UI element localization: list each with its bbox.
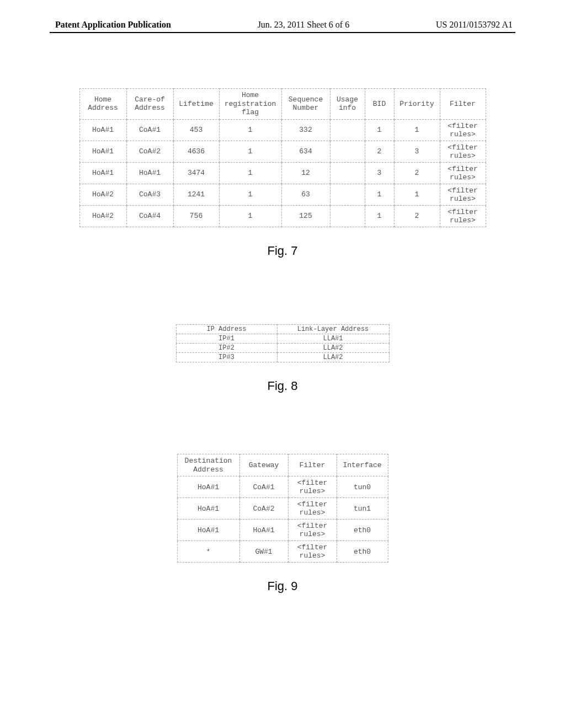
col-lifetime: Lifetime [173,89,219,120]
table-row: HoA#1 CoA#1 <filter rules> tun0 [177,477,388,498]
header-rule [50,32,515,33]
cell: 125 [281,205,330,227]
figure-7: Home Address Care-of Address Lifetime Ho… [50,88,515,258]
table-row: HoA#1 HoA#1 3474 1 12 3 2 <filter rules> [79,162,486,184]
cell: 1241 [173,184,219,205]
figure-9: Destination Address Gateway Filter Inter… [50,454,515,593]
page-content: Home Address Care-of Address Lifetime Ho… [0,88,565,593]
cell [330,205,365,227]
cell [330,119,365,141]
cell: <filter rules> [288,520,337,541]
cell: <filter rules> [440,184,486,205]
cell: 1 [365,119,394,141]
figure-9-caption: Fig. 9 [50,579,515,593]
cell: HoA#1 [177,520,239,541]
cell: <filter rules> [288,477,337,498]
cell: 2 [394,162,440,184]
col-gateway: Gateway [239,454,288,477]
cell: 1 [219,119,281,141]
table-row: * GW#1 <filter rules> eth0 [177,541,388,563]
figure-8: IP Address Link-Layer Address IP#1 LLA#1… [50,324,515,393]
cell: HoA#1 [79,141,126,162]
cell: HoA#1 [239,520,288,541]
cell: <filter rules> [440,119,486,141]
cell: IP#3 [176,353,277,362]
cell: HoA#2 [79,205,126,227]
col-usage-info: Usage info [330,89,365,120]
page-header: Patent Application Publication Jun. 23, … [0,0,565,32]
table-row: HoA#2 CoA#3 1241 1 63 1 1 <filter rules> [79,184,486,205]
table-row: HoA#1 CoA#2 4636 1 634 2 3 <filter rules… [79,141,486,162]
cell: IP#1 [176,334,277,344]
cell: tun0 [337,477,388,498]
cell: HoA#1 [177,477,239,498]
binding-cache-table: Home Address Care-of Address Lifetime Ho… [79,88,486,227]
cell: HoA#1 [79,119,126,141]
table-row: IP#1 LLA#1 [176,334,389,344]
col-bid: BID [365,89,394,120]
table-row: HoA#1 CoA#1 453 1 332 1 1 <filter rules> [79,119,486,141]
cell: 332 [281,119,330,141]
figure-8-caption: Fig. 8 [50,379,515,393]
cell: LLA#2 [277,353,389,362]
cell: HoA#1 [126,162,173,184]
cell: 63 [281,184,330,205]
cell: CoA#1 [126,119,173,141]
cell: 1 [219,162,281,184]
cell [330,162,365,184]
cell: LLA#2 [277,344,389,353]
cell: HoA#1 [177,498,239,520]
cell: 12 [281,162,330,184]
routing-table: Destination Address Gateway Filter Inter… [177,454,388,563]
cell: CoA#1 [239,477,288,498]
cell: LLA#1 [277,334,389,344]
header-center: Jun. 23, 2011 Sheet 6 of 6 [258,20,350,30]
cell: 453 [173,119,219,141]
cell: CoA#2 [239,498,288,520]
col-link-layer-address: Link-Layer Address [277,324,389,334]
cell: CoA#4 [126,205,173,227]
table-row: HoA#2 CoA#4 756 1 125 1 2 <filter rules> [79,205,486,227]
cell [330,184,365,205]
table-row: HoA#1 CoA#2 <filter rules> tun1 [177,498,388,520]
cell: 1 [219,141,281,162]
cell: 756 [173,205,219,227]
cell [330,141,365,162]
cell: eth0 [337,520,388,541]
col-filter: Filter [288,454,337,477]
cell: 2 [365,141,394,162]
col-destination-address: Destination Address [177,454,239,477]
cell: <filter rules> [288,541,337,563]
table-row: IP#3 LLA#2 [176,353,389,362]
neighbor-cache-table: IP Address Link-Layer Address IP#1 LLA#1… [176,324,390,362]
cell: 1 [394,184,440,205]
cell: <filter rules> [440,141,486,162]
cell: 4636 [173,141,219,162]
col-ip-address: IP Address [176,324,277,334]
col-priority: Priority [394,89,440,120]
cell: HoA#2 [79,184,126,205]
cell: 3 [394,141,440,162]
cell: 1 [394,119,440,141]
cell: <filter rules> [288,498,337,520]
cell: tun1 [337,498,388,520]
figure-7-caption: Fig. 7 [50,244,515,258]
col-home-address: Home Address [79,89,126,120]
cell: * [177,541,239,563]
col-sequence-number: Sequence Number [281,89,330,120]
cell: 1 [219,205,281,227]
cell: CoA#2 [126,141,173,162]
cell: 634 [281,141,330,162]
table-row: HoA#1 HoA#1 <filter rules> eth0 [177,520,388,541]
cell: 3474 [173,162,219,184]
col-filter: Filter [440,89,486,120]
cell: HoA#1 [79,162,126,184]
col-home-reg-flag: Home registration flag [219,89,281,120]
cell: IP#2 [176,344,277,353]
cell: GW#1 [239,541,288,563]
col-interface: Interface [337,454,388,477]
cell: <filter rules> [440,162,486,184]
cell: 2 [394,205,440,227]
cell: 1 [365,184,394,205]
cell: 1 [365,205,394,227]
